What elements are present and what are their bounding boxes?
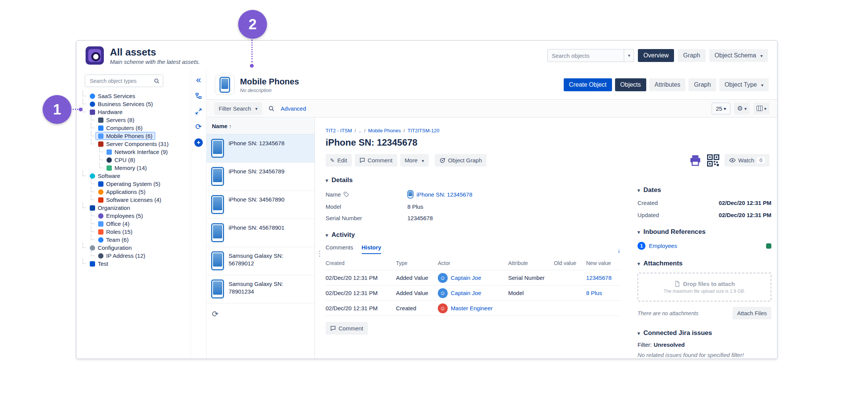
more-menu-button[interactable]: More xyxy=(400,154,429,167)
breadcrumb-schema-link[interactable]: TIT2 - ITSM xyxy=(326,128,359,133)
attachments-section-header[interactable]: Attachments xyxy=(637,260,771,267)
phone-icon xyxy=(211,223,224,242)
sort-descending-icon[interactable] xyxy=(617,247,620,254)
computers-icon xyxy=(98,125,103,131)
pencil-icon xyxy=(330,157,335,163)
search-objects-dropdown[interactable] xyxy=(624,49,634,62)
page-size-select[interactable]: 25 xyxy=(712,103,730,114)
refresh-list-icon[interactable] xyxy=(212,310,219,319)
actor-link[interactable]: Master Engineer xyxy=(451,305,493,311)
new-value-link[interactable]: 8 Plus xyxy=(586,290,602,296)
sidebar-item-test[interactable]: Test xyxy=(76,260,191,268)
expand-tree-icon[interactable] xyxy=(195,92,202,100)
field-value: 8 Plus xyxy=(407,203,423,210)
object-list-item[interactable]: iPhone SN: 34567890 xyxy=(207,191,315,219)
file-dropzone[interactable]: Drop files to attach The maximum file up… xyxy=(637,273,771,302)
qr-code-icon[interactable] xyxy=(707,154,719,167)
comment-button[interactable]: Comment xyxy=(355,154,397,167)
sidebar-item-software-licenses[interactable]: Software Licenses (4) xyxy=(76,196,191,204)
tree-item-label: Memory (14) xyxy=(114,165,147,171)
annotation-dot-1 xyxy=(79,108,83,111)
search-objects-input[interactable] xyxy=(548,49,624,62)
sidebar-item-ip-address[interactable]: IP Address (12) xyxy=(76,252,191,260)
resize-panels-icon[interactable] xyxy=(195,108,202,116)
object-list-item[interactable]: Samsung Galaxy SN: 78901234 xyxy=(207,275,315,303)
sidebar-item-team[interactable]: Team (6) xyxy=(76,236,191,244)
details-section-header[interactable]: Details xyxy=(326,176,620,184)
connected-jira-heading: Connected Jira issues xyxy=(644,329,712,337)
tree-item-label: Employees (5) xyxy=(106,213,143,219)
sidebar-item-saas-services[interactable]: SaaS Services xyxy=(76,92,191,100)
connected-jira-issues-section-header[interactable]: Connected Jira issues xyxy=(637,329,771,337)
edit-button[interactable]: Edit xyxy=(326,154,352,167)
tab-type-graph[interactable]: Graph xyxy=(688,78,716,91)
field-value: iPhone SN: 12345678 xyxy=(407,190,472,198)
add-comment-button[interactable]: Comment xyxy=(326,322,368,335)
object-list-item[interactable]: iPhone SN: 23456789 xyxy=(207,163,315,191)
overview-button[interactable]: Overview xyxy=(638,49,674,62)
sidebar-item-business-services[interactable]: Business Services (5) xyxy=(76,100,191,108)
sidebar-item-memory[interactable]: Memory (14) xyxy=(76,164,191,172)
search-object-types-input[interactable] xyxy=(89,78,154,84)
employees-reference-link[interactable]: Employees xyxy=(649,243,677,249)
comment-label: Comment xyxy=(339,325,363,332)
object-schema-menu-button[interactable]: Object Schema xyxy=(709,49,768,62)
tab-history[interactable]: History xyxy=(362,244,382,254)
column-header: Actor xyxy=(438,255,508,270)
actor-link[interactable]: Captain Joe xyxy=(451,290,481,296)
sidebar-item-network-interface[interactable]: Network Interface (9) xyxy=(76,148,191,156)
tab-attributes[interactable]: Attributes xyxy=(649,78,686,91)
status-green-dot xyxy=(766,243,771,249)
object-list-item[interactable]: iPhone SN: 45678901 xyxy=(207,219,315,247)
filter-search-label: Filter Search xyxy=(219,105,251,112)
collapse-sidebar-icon[interactable] xyxy=(196,76,201,84)
watch-button[interactable]: Watch 0 xyxy=(725,154,769,167)
object-type-menu-button[interactable]: Object Type xyxy=(719,78,769,91)
add-object-type-icon[interactable] xyxy=(194,138,203,147)
schema-graph-button[interactable]: Graph xyxy=(678,49,705,62)
field-value: 12345678 xyxy=(407,215,433,221)
main-panel: Mobile Phones No description Create Obje… xyxy=(207,70,777,359)
employees-icon xyxy=(98,213,103,219)
tab-comments[interactable]: Comments xyxy=(326,244,353,254)
more-label: More xyxy=(405,157,418,163)
object-title: iPhone SN: 12345678 xyxy=(326,137,769,148)
object-graph-button[interactable]: Object Graph xyxy=(435,154,486,167)
network-interface-icon xyxy=(107,149,112,155)
tree-item-label: Mobile Phones (6) xyxy=(106,133,153,139)
breadcrumb-ellipsis-link[interactable]: .. xyxy=(359,128,368,133)
object-name-link[interactable]: iPhone SN: 12345678 xyxy=(417,191,472,198)
refresh-tree-icon[interactable] xyxy=(196,123,202,130)
tree-item-label: Network Interface (9) xyxy=(114,149,168,155)
dropzone-text: Drop files to attach xyxy=(674,281,735,287)
tree-item-label: Operating System (5) xyxy=(106,181,161,187)
attach-files-button[interactable]: Attach Files xyxy=(733,307,771,319)
phone-icon xyxy=(211,195,224,214)
breadcrumb-type-link[interactable]: Mobile Phones xyxy=(368,128,408,133)
new-value-link[interactable]: 12345678 xyxy=(586,275,612,281)
create-object-button[interactable]: Create Object xyxy=(564,78,612,91)
details-fields: Name iPhone SN: 12345678 Model 8 Plus Se… xyxy=(326,190,620,221)
actor-link[interactable]: Captain Joe xyxy=(451,275,481,281)
layout-menu-button[interactable] xyxy=(754,103,769,114)
advanced-search-link[interactable]: Advanced xyxy=(281,105,306,112)
filter-search-button[interactable]: Filter Search xyxy=(214,102,262,115)
print-label-icon[interactable] xyxy=(689,155,702,166)
tree-item-label: Office (4) xyxy=(106,221,129,227)
breadcrumb-object-key-link[interactable]: TIT2ITSM-120 xyxy=(407,128,439,133)
inbound-references-section-header[interactable]: Inbound References xyxy=(637,228,771,236)
object-list-header[interactable]: Name xyxy=(207,118,315,135)
object-side-panel: Dates Created02/Dec/20 12:31 PM Updated0… xyxy=(637,176,771,358)
tab-objects[interactable]: Objects xyxy=(615,78,646,91)
activity-heading: Activity xyxy=(332,231,355,239)
dropzone-hint: The maximum file upload size is 1.9 GB. xyxy=(664,289,746,294)
sidebar-item-server-components[interactable]: Server Components (31) xyxy=(76,140,191,148)
activity-section-header[interactable]: Activity xyxy=(326,231,620,239)
search-icon[interactable] xyxy=(268,105,275,112)
settings-menu-button[interactable] xyxy=(734,103,750,114)
dates-section-header[interactable]: Dates xyxy=(637,186,771,194)
object-graph-icon xyxy=(439,157,445,163)
object-list-item[interactable]: Samsung Galaxy SN: 56789012 xyxy=(207,247,315,275)
object-list-item[interactable]: iPhone SN: 12345678 xyxy=(207,135,315,163)
sidebar-item-cpu[interactable]: CPU (8) xyxy=(76,156,191,164)
